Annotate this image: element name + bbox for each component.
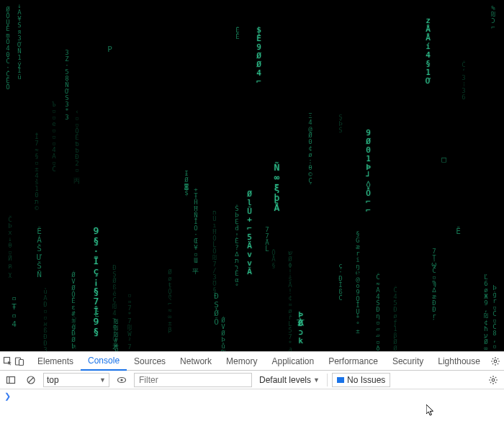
matrix-rain-column: ŞÞŚ <box>337 114 344 133</box>
matrix-rain-column: ĔÁŠƯŠŇ <box>35 227 44 279</box>
settings-icon[interactable] <box>490 353 500 369</box>
console-input[interactable] <box>15 392 500 401</box>
matrix-rain-column: 9Ø01Þ┘◊Ō⌐⌐ <box>364 128 373 214</box>
matrix-rain-column: ▫¤7*7₪Ŵ²7יÞ¹5¢▫ <box>126 291 133 351</box>
device-toolbar-icon[interactable] <box>14 353 24 369</box>
matrix-rain-column: Î7≈§▫±4šת10© <box>33 133 40 211</box>
matrix-rain-column: ŠÞẸdיÈ?∆רתÈα° <box>233 205 240 289</box>
matrix-rain-column: ‹▫▫ŌÉƅƅÐ2▫丙 <box>72 108 81 172</box>
issues-button[interactable]: No Issues <box>332 373 390 387</box>
matrix-rain-column: zÅÅí4§1Ơ <box>423 16 433 85</box>
matrix-rain-column: 7ŢϣĊ▫Ϡ∆æĐĐŗ <box>431 248 438 319</box>
matrix-rain-column: 9§·Ïç¡§7Î9§ <box>91 225 102 336</box>
matrix-rain-column: ç·ÐÌßĈ <box>337 262 344 301</box>
matrix-rain-column: 77ÄĹ <box>264 226 271 252</box>
matrix-rain-column: Ξ4@Ǿ0¢ø:θ©Ç <box>307 112 314 184</box>
matrix-rain-column: חÙıĦÓĹÕ₪7/3Ʊ§ <box>211 209 218 293</box>
console-sidebar-toggle-icon[interactable] <box>3 372 19 388</box>
svg-line-10 <box>29 377 34 382</box>
matrix-rain-column: ØlŬ+⌐5ÄvvÃ <box>245 189 254 276</box>
svg-point-13 <box>492 379 495 381</box>
matrix-rain-column: P <box>105 45 114 53</box>
svg-rect-7 <box>7 376 15 383</box>
matrix-rain-column: ǬĀ§ <box>270 249 277 268</box>
matrix-rain-column: Þġr▫Ĉ▫Č8,▫א‚Ѝ‹3▫T* <box>491 284 498 351</box>
page-viewport: $Ê9ØØ4⌐Ñ∞ξþÅØlŬ+⌐5ÄvvÃ9§·Ïç¡§7Î9§ŠÞẸdיÈ?… <box>0 0 504 351</box>
caret-down-icon: ▼ <box>313 376 320 384</box>
tab-sources[interactable]: Sources <box>127 352 173 370</box>
matrix-rain-column: ₪₪₪升#十习≠ <box>111 318 120 348</box>
inspect-element-icon[interactable] <box>3 353 13 369</box>
matrix-rain-column: ØøŧÔऐ⌐≈∞±β <box>166 268 174 333</box>
flag-icon <box>337 377 344 383</box>
matrix-rain-column: ǾVØÞů₪ <box>220 317 227 351</box>
matrix-rain-column: □ <box>439 155 449 163</box>
svg-point-3 <box>494 360 497 363</box>
matrix-rain-column: Ъ▫▫e▫▫▫4A▫Ĉ <box>50 101 58 172</box>
log-level-value: Default levels <box>259 375 311 385</box>
matrix-rain-column: $Ê9ØØ4⌐ <box>254 25 264 86</box>
matrix-rain-column: Ē <box>92 309 102 318</box>
matrix-rain-column: 玄ÞØכk <box>294 311 305 345</box>
matrix-rain-column: Ľ6øЖ9‚₪¢ħעØ∞⌐· <box>482 273 490 351</box>
matrix-rain-column: 3Z·58ŃƠS3*3 <box>63 49 71 120</box>
tab-lighthouse[interactable]: Lighthouse <box>431 352 487 370</box>
tab-elements[interactable]: Elements <box>30 352 81 370</box>
matrix-rain-column: %₪Ɔ⌐ <box>490 4 497 30</box>
issues-label: No Issues <box>347 375 385 385</box>
tab-strip: Elements Console Sources Network Memory … <box>30 352 487 370</box>
filter-input[interactable] <box>134 373 252 387</box>
live-expression-icon[interactable] <box>114 372 130 388</box>
matrix-rain-column: Ĉ45Đøƒ1βØØ <box>392 286 399 351</box>
matrix-rain-column: ĒÊ <box>234 27 241 40</box>
tab-console[interactable]: Console <box>81 352 127 371</box>
svg-rect-2 <box>19 359 24 365</box>
matrix-rain-column: שØΦ!ŝÄ!¢¤øřĻ57*∂ <box>287 249 294 351</box>
tab-performance[interactable]: Performance <box>321 352 385 370</box>
clear-console-icon[interactable] <box>23 372 39 388</box>
matrix-rain-column: ČÞx↓θ▫Йคχ <box>5 216 15 277</box>
matrix-rain-column: ØÖÙÊmÕ40Č·ĊĒÖ <box>4 6 12 90</box>
matrix-rain-column: ƗØ◙$ <box>183 170 190 196</box>
matrix-rain-column: ↓A¥Śя3ƠÑ1ýÌü <box>16 2 23 80</box>
separator <box>327 374 328 386</box>
tab-memory[interactable]: Memory <box>219 352 264 370</box>
devtools-tabbar: Elements Console Sources Network Memory … <box>0 352 504 371</box>
matrix-rain-column: §Ɠærĭŋ℮@о9OÎŲ*°± <box>354 230 361 334</box>
tab-network[interactable]: Network <box>173 352 219 370</box>
console-toolbar: top ▼ Default levels ▼ No Issues <box>0 371 504 389</box>
matrix-rain-column: Ĉ≈A4ŚÐη▫▱▱▫ð <box>374 273 382 351</box>
console-settings-icon[interactable] <box>485 372 501 388</box>
context-selector-value: top <box>47 375 59 385</box>
matrix-rain-column: Ē <box>454 227 463 235</box>
matrix-rain-column: +ŦĤĦŇÎO·Œ¥▫Ɯ平 <box>191 186 200 263</box>
console-prompt-row: ❯ <box>0 389 504 402</box>
matrix-rain-column: Ñ∞ξþÅ <box>271 162 282 212</box>
matrix-rain-column: ▫Ŧ▫4 <box>9 294 19 328</box>
tab-application[interactable]: Application <box>264 352 321 370</box>
svg-point-12 <box>120 379 122 381</box>
devtools-panel: Elements Console Sources Network Memory … <box>0 351 504 434</box>
caret-down-icon: ▼ <box>99 376 106 384</box>
matrix-rain-column: ủAÐ▫▫אßÐĐ3‚ <box>42 288 49 351</box>
log-level-selector[interactable]: Default levels ▼ <box>256 373 323 387</box>
prompt-chevron-icon: ❯ <box>4 392 11 401</box>
matrix-rain-column: ŴÑ▫এค <box>69 317 79 351</box>
matrix-rain-column: Ĉʻ3⁝36 <box>460 61 467 100</box>
context-selector[interactable]: top ▼ <box>43 373 109 387</box>
console-output[interactable]: ❯ <box>0 389 504 434</box>
tab-security[interactable]: Security <box>385 352 431 370</box>
